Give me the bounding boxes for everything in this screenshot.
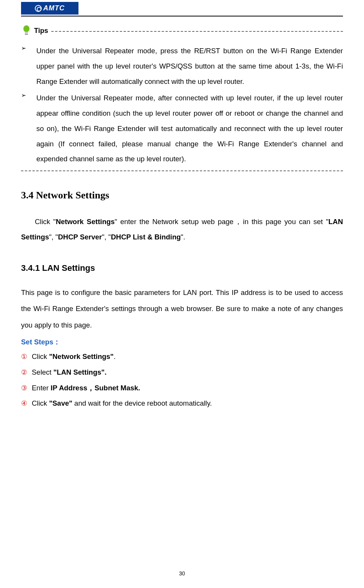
step-text: Enter IP Address，Subnet Mask. xyxy=(32,380,343,396)
header-divider xyxy=(21,16,343,16)
step-number: ① xyxy=(21,349,32,365)
tips-dash-line xyxy=(51,31,343,32)
tip-text: Under the Universal Repeater mode, press… xyxy=(36,43,343,89)
list-item: ① Click "Network Settings". xyxy=(21,349,343,365)
step-post: and wait for the device reboot automatic… xyxy=(72,399,212,407)
brand-logo: AMTC xyxy=(21,2,78,15)
svg-rect-2 xyxy=(25,34,28,35)
intro-text: ", " xyxy=(49,233,58,241)
step-bold: IP Address，Subnet Mask. xyxy=(51,384,140,392)
step-text: Click "Network Settings". xyxy=(32,349,343,365)
page-number: 30 xyxy=(0,570,364,577)
step-bold: "LAN Settings". xyxy=(54,368,107,376)
step-number: ④ xyxy=(21,396,32,411)
list-item: ④ Click "Save" and wait for the device r… xyxy=(21,396,343,411)
tips-end-dash-line xyxy=(21,170,343,171)
svg-point-0 xyxy=(23,25,29,32)
set-steps-label: Set Steps： xyxy=(21,337,343,347)
list-item: ② Select "LAN Settings". xyxy=(21,365,343,380)
intro-bold: Network Settings xyxy=(56,218,115,226)
step-text: Select "LAN Settings". xyxy=(32,365,343,380)
logo-text: AMTC xyxy=(43,4,65,12)
logo-swirl-icon xyxy=(35,5,42,12)
step-number: ③ xyxy=(21,381,32,396)
subsection-heading: 3.4.1 LAN Settings xyxy=(21,263,343,273)
step-bold: "Save" xyxy=(49,399,72,407)
step-pre: Select xyxy=(32,368,54,376)
intro-text: ". xyxy=(181,233,185,241)
svg-rect-1 xyxy=(25,32,28,34)
lightbulb-icon xyxy=(21,25,32,36)
intro-text: Click " xyxy=(35,218,56,226)
list-item: ③ Enter IP Address，Subnet Mask. xyxy=(21,380,343,396)
step-pre: Click xyxy=(32,399,49,407)
section-intro: Click "Network Settings" enter the Netwo… xyxy=(21,214,343,245)
step-number: ② xyxy=(21,365,32,380)
intro-text: ", " xyxy=(102,233,111,241)
list-item: ➢ Under the Universal Repeater mode, aft… xyxy=(21,90,343,167)
chevron-right-icon: ➢ xyxy=(21,90,36,167)
tip-text: Under the Universal Repeater mode, after… xyxy=(36,90,343,167)
tips-header: Tips xyxy=(21,25,343,36)
step-text: Click "Save" and wait for the device reb… xyxy=(32,396,343,411)
tips-list: ➢ Under the Universal Repeater mode, pre… xyxy=(21,43,343,167)
step-pre: Enter xyxy=(32,384,51,392)
step-bold: "Network Settings" xyxy=(49,352,114,360)
intro-bold: DHCP List & Binding xyxy=(111,233,181,241)
step-pre: Click xyxy=(32,352,49,360)
section-heading: 3.4 Network Settings xyxy=(21,190,343,201)
intro-text: " enter the Network setup web page，in th… xyxy=(115,218,328,226)
subsection-body: This page is to configure the basic para… xyxy=(21,285,343,334)
chevron-right-icon: ➢ xyxy=(21,43,36,89)
intro-bold: DHCP Server xyxy=(58,233,102,241)
step-post: . xyxy=(114,352,116,360)
tips-label: Tips xyxy=(34,27,48,35)
steps-list: ① Click "Network Settings". ② Select "LA… xyxy=(21,349,343,411)
list-item: ➢ Under the Universal Repeater mode, pre… xyxy=(21,43,343,89)
